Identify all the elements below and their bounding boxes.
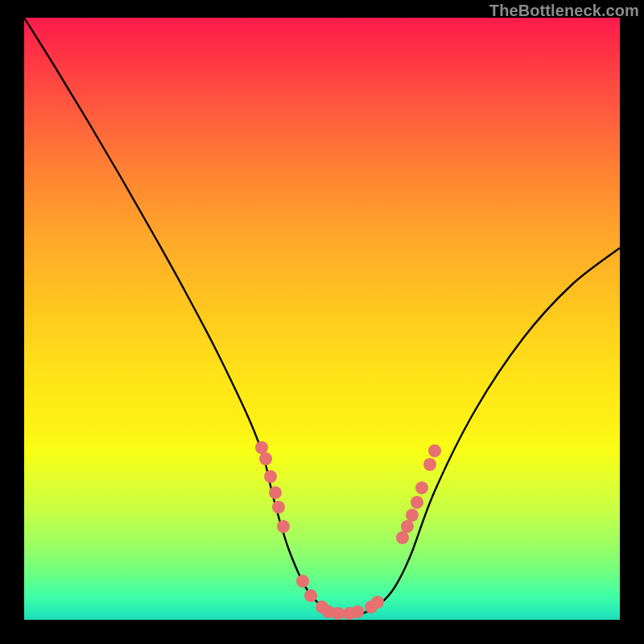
highlight-dot (277, 520, 290, 533)
highlight-dot (396, 531, 409, 544)
highlight-dot (272, 501, 285, 514)
highlight-dots (255, 441, 441, 620)
highlight-dot (428, 444, 441, 457)
highlight-dot (423, 458, 436, 471)
highlight-dot (255, 441, 268, 454)
highlight-dot (401, 520, 414, 533)
highlight-dot (415, 481, 428, 494)
curve-layer (24, 18, 620, 620)
highlight-dot (304, 589, 317, 602)
bottom-border (0, 620, 644, 644)
highlight-dot (269, 486, 282, 499)
highlight-dot (259, 452, 272, 465)
highlight-dot (371, 596, 384, 609)
highlight-dot (264, 470, 277, 483)
chart-frame: TheBottleneck.com (0, 0, 644, 644)
highlight-dot (351, 605, 364, 618)
bottleneck-curve (24, 18, 620, 615)
plot-area (24, 18, 620, 620)
watermark-text: TheBottleneck.com (489, 2, 639, 20)
highlight-dot (296, 575, 309, 588)
highlight-dot (411, 496, 423, 509)
highlight-dot (406, 509, 419, 522)
highlight-dot (332, 607, 345, 620)
